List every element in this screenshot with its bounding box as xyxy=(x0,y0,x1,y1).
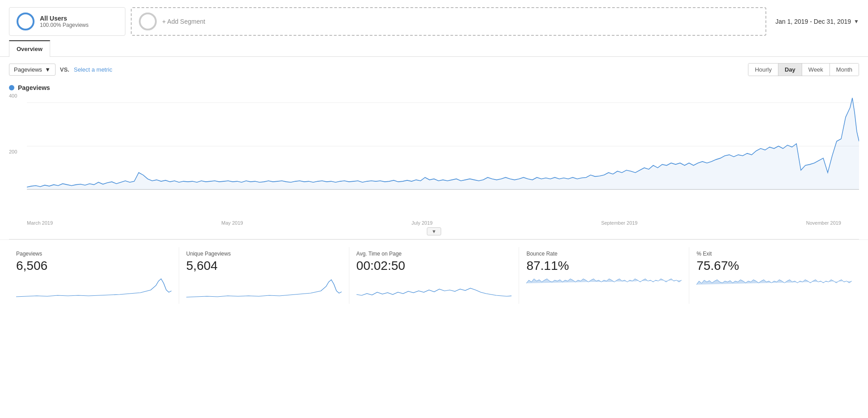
time-btn-month[interactable]: Month xyxy=(830,64,859,76)
chart-legend: Pageviews xyxy=(9,84,859,91)
x-labels: March 2019 May 2019 July 2019 September … xyxy=(9,218,859,226)
metric-dropdown-label: Pageviews xyxy=(14,66,42,73)
segment-1-name: All Users xyxy=(40,15,89,22)
time-buttons-group: Hourly Day Week Month xyxy=(748,63,859,76)
metric-value-bounce-rate: 87.11% xyxy=(526,259,682,273)
metric-card-unique-pageviews: Unique Pageviews 5,604 xyxy=(179,247,349,304)
y-label-400: 400 xyxy=(9,93,20,98)
x-label-september: September 2019 xyxy=(601,220,637,226)
add-segment-circle xyxy=(139,13,157,30)
add-segment-label: + Add Segment xyxy=(162,18,205,25)
collapse-chart-button[interactable]: ▼ xyxy=(427,227,442,235)
segment-1-box[interactable]: All Users 100.00% Pageviews xyxy=(9,7,125,36)
x-label-may: May 2019 xyxy=(221,220,243,226)
metric-value-unique-pageviews: 5,604 xyxy=(186,259,342,273)
metric-title-pageviews: Pageviews xyxy=(16,251,172,257)
add-segment-box[interactable]: + Add Segment xyxy=(131,7,766,36)
metric-value-exit: 75.67% xyxy=(696,259,852,273)
mini-chart-exit xyxy=(696,277,852,299)
x-label-march: March 2019 xyxy=(27,220,53,226)
chart-divider-area: ▼ xyxy=(0,226,868,239)
main-chart-svg xyxy=(27,93,859,218)
time-btn-week[interactable]: Week xyxy=(802,64,830,76)
chevron-down-icon: ▼ xyxy=(854,18,859,25)
chart-controls: Pageviews ▼ VS. Select a metric Hourly D… xyxy=(0,57,868,80)
metric-title-unique-pageviews: Unique Pageviews xyxy=(186,251,342,257)
mini-chart-pageviews xyxy=(16,277,172,299)
metric-title-bounce-rate: Bounce Rate xyxy=(526,251,682,257)
date-range-selector[interactable]: Jan 1, 2019 - Dec 31, 2019 ▼ xyxy=(775,18,859,25)
segment-1-info: All Users 100.00% Pageviews xyxy=(40,15,89,28)
metric-card-pageviews: Pageviews 6,506 xyxy=(9,247,179,304)
metrics-row: Pageviews 6,506 Unique Pageviews 5,604 A… xyxy=(0,239,868,304)
metric-value-pageviews: 6,506 xyxy=(16,259,172,273)
chart-container: 400 200 xyxy=(9,93,859,218)
segments-area: All Users 100.00% Pageviews + Add Segmen… xyxy=(9,7,766,36)
chart-area: Pageviews 400 200 xyxy=(0,80,868,226)
svg-marker-4 xyxy=(27,98,859,190)
legend-dot xyxy=(9,85,14,90)
y-label-200: 200 xyxy=(9,149,20,154)
mini-chart-bounce-rate xyxy=(526,277,682,299)
legend-label: Pageviews xyxy=(18,84,50,91)
select-metric-link[interactable]: Select a metric xyxy=(74,66,112,73)
tabs-bar: Overview xyxy=(0,40,868,57)
metric-card-bounce-rate: Bounce Rate 87.11% xyxy=(519,247,689,304)
segment-1-sub: 100.00% Pageviews xyxy=(40,22,89,28)
segment-1-icon xyxy=(17,13,34,30)
x-label-july: July 2019 xyxy=(412,220,433,226)
time-btn-day[interactable]: Day xyxy=(778,64,802,76)
mini-chart-unique-pageviews xyxy=(186,277,342,299)
x-label-november: November 2019 xyxy=(806,220,841,226)
dropdown-arrow-icon: ▼ xyxy=(45,66,51,73)
date-range-text: Jan 1, 2019 - Dec 31, 2019 xyxy=(775,18,851,25)
chart-y-labels: 400 200 xyxy=(9,93,20,218)
metric-title-exit: % Exit xyxy=(696,251,852,257)
metric-card-exit: % Exit 75.67% xyxy=(689,247,859,304)
tab-overview[interactable]: Overview xyxy=(9,40,50,57)
vs-label: VS. xyxy=(60,66,69,73)
chart-svg xyxy=(27,93,859,218)
mini-chart-avg-time xyxy=(357,277,512,299)
metric-select-area: Pageviews ▼ VS. Select a metric xyxy=(9,64,112,76)
metric-value-avg-time: 00:02:50 xyxy=(357,259,512,273)
time-btn-hourly[interactable]: Hourly xyxy=(748,64,778,76)
metric-title-avg-time: Avg. Time on Page xyxy=(357,251,512,257)
metric-card-avg-time: Avg. Time on Page 00:02:50 xyxy=(349,247,520,304)
metric-dropdown[interactable]: Pageviews ▼ xyxy=(9,64,56,76)
top-bar: All Users 100.00% Pageviews + Add Segmen… xyxy=(0,0,868,40)
